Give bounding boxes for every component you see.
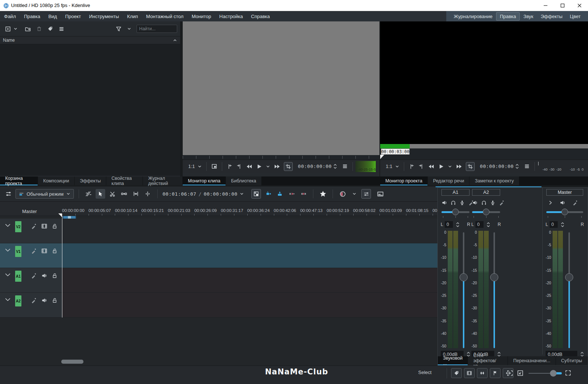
pan-spinner[interactable] <box>486 222 490 227</box>
record-options-chevron[interactable] <box>350 189 359 199</box>
track-header-a2[interactable]: A2 <box>0 293 62 318</box>
menu-project[interactable]: Проект <box>61 12 85 21</box>
menu-clip[interactable]: Клип <box>123 12 142 21</box>
play-options-chevron[interactable] <box>264 164 272 169</box>
collapse-chevron-icon[interactable] <box>4 223 11 228</box>
tag-button[interactable] <box>47 26 53 32</box>
lock-icon[interactable] <box>52 223 58 229</box>
project-monitor-timecode[interactable]: 00:00:00:00 <box>480 164 514 169</box>
tab-library[interactable]: Библиотека <box>226 176 262 185</box>
workspace-audio[interactable]: Звук <box>520 12 537 21</box>
slip-tool[interactable] <box>131 189 141 199</box>
clip-monitor-seek-ruler[interactable] <box>183 155 379 160</box>
zoom-level-dropdown[interactable]: 1:1 <box>186 164 204 169</box>
project-monitor-seek-ruler[interactable]: 00:00:03:00 <box>380 148 588 160</box>
menu-help[interactable]: Справка <box>247 12 274 21</box>
effects-wand-icon[interactable] <box>31 248 37 254</box>
balance-slider[interactable] <box>441 210 470 213</box>
video-track-icon[interactable] <box>41 248 48 254</box>
lock-icon[interactable] <box>52 272 58 279</box>
tab-clip-properties[interactable]: Свойства клипа <box>106 176 143 185</box>
track-target-badge[interactable]: V2 <box>15 221 21 232</box>
tab-remapping[interactable]: Переназначени... <box>508 356 556 365</box>
workspace-editing[interactable]: Правка <box>496 12 520 21</box>
volume-fader[interactable] <box>565 231 573 348</box>
set-zone-out-button[interactable] <box>234 164 244 169</box>
track-header-v1[interactable]: V1 <box>0 243 62 268</box>
collapse-chevron-icon[interactable] <box>4 272 11 278</box>
snap-button[interactable] <box>477 368 488 378</box>
insert-zone-button[interactable] <box>263 189 273 199</box>
effects-wand-icon[interactable] <box>31 223 37 229</box>
track-lane-a2[interactable] <box>62 293 437 318</box>
close-button[interactable] <box>571 0 588 11</box>
timeline-hscrollbar[interactable] <box>61 360 83 364</box>
overwrite-zone-button[interactable] <box>275 189 285 199</box>
timecode-spinner[interactable] <box>333 164 337 169</box>
pan-spinner[interactable] <box>456 222 460 227</box>
timeline-playhead[interactable] <box>62 216 62 318</box>
favorite-effects-button[interactable] <box>318 189 328 199</box>
zoom-slider-knob[interactable] <box>550 370 557 377</box>
playhead-marker-icon[interactable] <box>380 155 384 159</box>
timeline-position-timecode[interactable]: 00:01:06:07 <box>162 191 196 197</box>
tab-project-bin[interactable]: Корзина проекта <box>0 176 38 185</box>
track-lane-v2[interactable] <box>62 219 437 243</box>
timecode-spinner[interactable] <box>515 164 519 169</box>
edit-mode-dropdown[interactable]: Обычный режим <box>16 189 74 199</box>
mute-speaker-icon[interactable] <box>560 200 565 206</box>
speaker-icon[interactable] <box>41 272 48 279</box>
track-lane-v1[interactable] <box>62 243 437 268</box>
lift-zone-button[interactable] <box>299 189 308 199</box>
tab-undo-history[interactable]: Журнал действий <box>143 176 183 185</box>
fit-timeline-button[interactable] <box>565 370 571 376</box>
effects-wand-icon[interactable] <box>572 200 578 206</box>
razor-tool[interactable] <box>107 189 117 199</box>
zoom-level-dropdown[interactable]: 1:1 <box>384 164 401 169</box>
timeline-ruler[interactable]: Master 00:00:00:00 00:00:05:07 00:00:10:… <box>0 202 437 216</box>
forward-button[interactable] <box>454 164 464 169</box>
add-clip-button[interactable] <box>3 26 20 32</box>
chevron-down-icon[interactable] <box>127 27 131 31</box>
set-zone-in-button[interactable] <box>225 164 234 169</box>
forward-button[interactable] <box>272 164 282 169</box>
audio-mixer-toggle[interactable] <box>361 189 371 199</box>
bin-menu-button[interactable] <box>58 26 65 32</box>
tab-effect-stack[interactable]: Стек эффектов/ко... <box>468 356 508 365</box>
collapse-chevron-icon[interactable] <box>4 248 11 253</box>
record-mic-icon[interactable] <box>490 200 496 206</box>
menu-tools[interactable]: Инструменты <box>85 12 123 21</box>
collapse-chevron-right-icon[interactable] <box>548 200 553 205</box>
collapse-chevron-icon[interactable] <box>4 297 11 302</box>
bin-clip-list[interactable] <box>0 44 180 176</box>
play-button[interactable] <box>254 164 264 169</box>
menu-timeline[interactable]: Монтажный стол <box>142 12 188 21</box>
spacer-tool[interactable] <box>119 189 129 199</box>
effects-wand-icon[interactable] <box>31 297 37 304</box>
pan-spinner[interactable] <box>561 222 564 227</box>
pan-value[interactable]: 0 <box>550 221 558 228</box>
project-monitor-zone-bar[interactable] <box>380 144 588 148</box>
track-header-a1[interactable]: A1 <box>0 268 62 293</box>
zone-segment[interactable] <box>380 144 410 148</box>
audio-video-split-button[interactable] <box>209 163 219 169</box>
menu-edit[interactable]: Правка <box>20 12 44 21</box>
extract-zone-button[interactable] <box>287 189 296 199</box>
minimize-button[interactable] <box>537 0 554 11</box>
timeline-zoom-slider[interactable] <box>529 372 562 375</box>
tab-clip-monitor[interactable]: Монитор клипа <box>183 176 226 185</box>
tab-subtitles[interactable]: Субтитры <box>556 356 588 365</box>
play-options-chevron[interactable] <box>446 164 454 169</box>
rewind-button[interactable] <box>244 164 254 169</box>
mute-speaker-icon[interactable] <box>472 200 478 206</box>
tab-speech-editor[interactable]: Редактор речи <box>428 176 470 185</box>
speaker-icon[interactable] <box>41 297 48 304</box>
track-target-badge[interactable]: A2 <box>15 295 21 306</box>
zoom-to-project-button[interactable] <box>517 370 524 377</box>
workspace-logging[interactable]: Журналирование <box>450 12 496 21</box>
filter-button[interactable] <box>116 26 122 32</box>
effects-wand-icon[interactable] <box>31 272 37 279</box>
tab-project-monitor[interactable]: Монитор проекта <box>380 176 428 185</box>
bin-search-input[interactable] <box>137 25 177 33</box>
timeline-zone-bar[interactable] <box>63 216 76 219</box>
